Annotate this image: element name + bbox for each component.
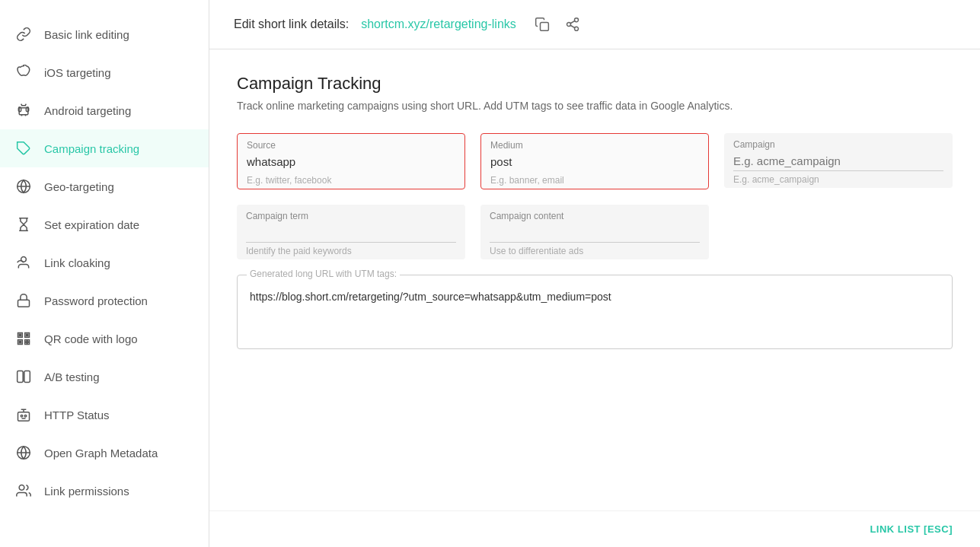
medium-field-wrapper: Medium E.g. banner, email — [480, 133, 709, 189]
form-row-2: Campaign term Identify the paid keywords… — [237, 205, 953, 259]
sidebar-item-ab-testing[interactable]: A/B testing — [0, 358, 209, 396]
svg-rect-8 — [25, 340, 27, 342]
svg-rect-13 — [26, 334, 28, 336]
source-input[interactable] — [247, 152, 455, 172]
medium-hint: E.g. banner, email — [490, 175, 699, 186]
robot-icon — [15, 406, 32, 423]
svg-rect-4 — [18, 300, 30, 307]
sidebar-item-http-status[interactable]: HTTP Status — [0, 396, 209, 434]
sidebar-item-basic-link-editing[interactable]: Basic link editing — [0, 15, 209, 53]
section-title: Campaign Tracking — [237, 74, 953, 94]
sidebar-item-set-expiration-date[interactable]: Set expiration date — [0, 205, 209, 243]
sidebar-item-geo-targeting[interactable]: Geo-targeting — [0, 167, 209, 205]
campaign-term-label: Campaign term — [246, 211, 456, 221]
svg-rect-10 — [25, 342, 27, 345]
svg-point-26 — [567, 23, 570, 27]
svg-rect-15 — [18, 371, 24, 383]
source-hint: E.g. twitter, facebook — [247, 175, 455, 186]
svg-rect-19 — [18, 412, 30, 421]
content-area: Campaign Tracking Track online marketing… — [209, 49, 980, 510]
sidebar-item-ios-targeting[interactable]: iOS targeting — [0, 53, 209, 91]
sidebar: Basic link editing iOS targeting Android… — [0, 0, 209, 547]
sidebar-label: Link permissions — [44, 485, 129, 498]
svg-line-29 — [570, 21, 575, 23]
campaign-label: Campaign — [733, 139, 943, 150]
ab-icon — [15, 368, 32, 385]
header-link[interactable]: shortcm.xyz/retargeting-links — [361, 17, 516, 31]
medium-input[interactable] — [490, 152, 699, 172]
svg-point-23 — [19, 485, 24, 491]
campaign-term-input[interactable] — [246, 223, 456, 243]
generated-url-text: https://blog.short.cm/retargeting/?utm_s… — [238, 275, 952, 348]
campaign-input[interactable] — [733, 151, 943, 171]
sidebar-item-link-permissions[interactable]: Link permissions — [0, 472, 209, 510]
sidebar-item-open-graph-metadata[interactable]: Open Graph Metadata — [0, 434, 209, 472]
main-content: Edit short link details: shortcm.xyz/ret… — [209, 0, 980, 547]
android-icon — [15, 102, 32, 119]
source-field-wrapper: Source E.g. twitter, facebook — [237, 133, 465, 189]
generated-url-box: Generated long URL with UTM tags: https:… — [237, 275, 953, 349]
lock-icon — [15, 292, 32, 309]
campaign-term-wrapper: Campaign term Identify the paid keywords — [237, 205, 465, 259]
hourglass-icon — [15, 216, 32, 233]
sidebar-item-password-protection[interactable]: Password protection — [0, 281, 209, 320]
footer-bar: LINK LIST [ESC] — [209, 510, 980, 547]
svg-line-28 — [570, 25, 575, 27]
sidebar-label: Set expiration date — [44, 218, 139, 231]
header-icons — [531, 14, 583, 35]
sidebar-item-android-targeting[interactable]: Android targeting — [0, 91, 209, 129]
svg-rect-14 — [19, 341, 21, 343]
campaign-field: Campaign E.g. acme_campaign — [724, 133, 953, 189]
sidebar-item-link-cloaking[interactable]: Link cloaking — [0, 243, 209, 281]
sidebar-label: Link cloaking — [44, 256, 110, 269]
header: Edit short link details: shortcm.xyz/ret… — [209, 0, 980, 49]
globe2-icon — [15, 444, 32, 461]
sidebar-label: Open Graph Metadata — [44, 447, 158, 460]
link-list-button[interactable]: LINK LIST [ESC] — [870, 523, 953, 535]
campaign-content-hint: Use to differentiate ads — [490, 246, 700, 256]
source-field: Source E.g. twitter, facebook — [237, 133, 465, 189]
medium-field: Medium E.g. banner, email — [480, 133, 709, 189]
sidebar-item-campaign-tracking[interactable]: Campaign tracking — [0, 129, 209, 167]
share-button[interactable] — [562, 14, 583, 35]
campaign-term-field: Campaign term Identify the paid keywords — [237, 205, 465, 259]
sidebar-label: iOS targeting — [44, 66, 111, 79]
sidebar-label: QR code with logo — [44, 332, 138, 345]
campaign-field-wrapper: Campaign E.g. acme_campaign — [724, 133, 953, 188]
svg-rect-16 — [24, 371, 30, 383]
sidebar-label: Password protection — [44, 294, 148, 307]
qr-icon — [15, 330, 32, 347]
svg-rect-9 — [27, 340, 30, 342]
person-icon — [15, 482, 32, 499]
campaign-content-label: Campaign content — [490, 211, 700, 221]
copy-button[interactable] — [531, 14, 553, 35]
incognito-icon — [15, 254, 32, 271]
generated-url-label: Generated long URL with UTM tags: — [247, 269, 400, 279]
svg-point-25 — [574, 18, 578, 22]
svg-rect-11 — [27, 342, 30, 345]
sidebar-label: Geo-targeting — [44, 180, 114, 193]
svg-rect-12 — [19, 334, 21, 336]
globe-icon — [15, 178, 32, 195]
header-title: Edit short link details: — [234, 17, 349, 31]
tag-icon — [15, 140, 32, 157]
sidebar-item-qr-code-with-logo[interactable]: QR code with logo — [0, 320, 209, 358]
sidebar-label: HTTP Status — [44, 409, 110, 421]
apple-icon — [15, 64, 32, 81]
campaign-content-wrapper: Campaign content Use to differentiate ad… — [480, 205, 709, 259]
sidebar-label: A/B testing — [44, 370, 100, 383]
svg-rect-24 — [540, 23, 548, 31]
sidebar-label: Android targeting — [44, 104, 131, 117]
svg-point-20 — [21, 415, 23, 417]
svg-point-21 — [24, 415, 27, 417]
section-desc: Track online marketing campaigns using s… — [237, 100, 953, 112]
campaign-hint: E.g. acme_campaign — [733, 174, 943, 185]
campaign-content-input[interactable] — [490, 223, 700, 243]
link-icon — [15, 26, 32, 43]
sidebar-label: Campaign tracking — [44, 142, 139, 155]
sidebar-label: Basic link editing — [44, 28, 129, 41]
medium-label: Medium — [490, 140, 699, 151]
spacer-field — [724, 205, 953, 259]
campaign-term-hint: Identify the paid keywords — [246, 246, 456, 256]
form-row-1: Source E.g. twitter, facebook Medium E.g… — [237, 133, 953, 189]
